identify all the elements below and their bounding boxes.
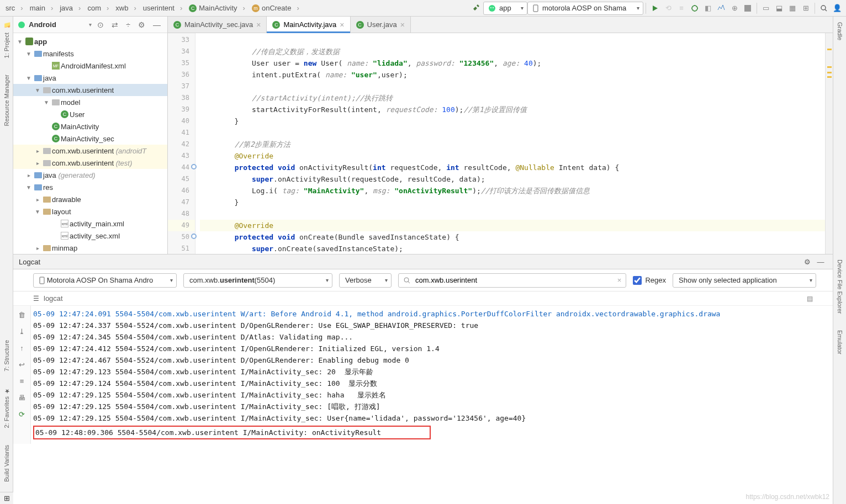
logcat-process-combo[interactable]: com.xwb.userintent (5504): [183, 273, 332, 288]
tree-java[interactable]: ▼java: [13, 72, 167, 84]
tree-layout-main[interactable]: xmlactivity_main.xml: [13, 217, 167, 230]
tree-manifests[interactable]: ▼manifests: [13, 47, 167, 60]
tree-app[interactable]: ▼app: [13, 35, 167, 47]
device-combo[interactable]: motorola AOSP on Shama: [527, 2, 643, 15]
device-explorer-tool-button[interactable]: Device File Explorer: [837, 259, 843, 314]
emulator-tool-button[interactable]: Emulator: [837, 330, 843, 354]
soft-wrap-icon[interactable]: ≡: [17, 375, 28, 386]
build-variants-tool-button[interactable]: Build Variants: [3, 445, 10, 482]
close-icon[interactable]: ×: [400, 20, 405, 29]
tree-manifest-file[interactable]: MFAndroidManifest.xml: [13, 60, 167, 72]
tree-user[interactable]: CUser: [13, 108, 167, 120]
project-tool-button[interactable]: 1: Project 📁: [3, 22, 10, 58]
android-icon: [18, 21, 25, 29]
tree-model[interactable]: ▼model: [13, 96, 167, 108]
favorites-tool-button[interactable]: 2: Favorites ★: [3, 388, 10, 428]
logcat-regex-check[interactable]: Regex: [633, 276, 666, 285]
logcat-level-combo[interactable]: Verbose: [339, 273, 392, 288]
crumb-userintent[interactable]: userintent: [140, 4, 186, 12]
avd-icon[interactable]: ▭: [759, 2, 773, 15]
wrap-icon[interactable]: ↩: [17, 359, 28, 370]
editor-tabs: CMainActivity_sec.java× CMainActivity.ja…: [168, 17, 833, 33]
tab-mainactivity[interactable]: CMainActivity.java×: [267, 17, 350, 33]
tree-res[interactable]: ▼res: [13, 181, 167, 193]
crumb-java[interactable]: java: [56, 4, 84, 12]
logcat-filter-combo[interactable]: Show only selected application: [673, 273, 816, 288]
editor-scrollbar[interactable]: [825, 33, 833, 254]
close-icon[interactable]: ×: [340, 20, 344, 29]
tree-pkg[interactable]: ▼com.xwb.userintent: [13, 84, 167, 96]
left-tool-strip-lower: 7: Structure 2: Favorites ★ Build Varian…: [0, 254, 13, 504]
project-mode[interactable]: Android: [29, 20, 86, 29]
logcat-filters: Motorola AOSP On Shama Andro com.xwb.use…: [13, 269, 833, 291]
tree-pkg-androidtest[interactable]: ▸com.xwb.userintent (androidT: [13, 145, 167, 157]
hammer-icon[interactable]: [470, 2, 483, 15]
scroll-end-icon[interactable]: ⤓: [17, 326, 28, 337]
gear-icon[interactable]: ⚙: [136, 20, 147, 29]
tab-mainactivity-sec[interactable]: CMainActivity_sec.java×: [168, 17, 267, 33]
hide-icon[interactable]: —: [814, 255, 827, 268]
gear-icon[interactable]: ⚙: [801, 255, 814, 268]
apply-code-icon[interactable]: ≡: [675, 2, 688, 15]
tree-drawable[interactable]: ▸drawable: [13, 193, 167, 205]
svg-point-9: [404, 278, 409, 282]
up-icon[interactable]: ↑: [17, 342, 28, 353]
project-panel: Android ▾ ⊙ ⇄ ÷ ⚙ — ▼app ▼manifests MFAn…: [13, 17, 168, 254]
debug-icon[interactable]: [688, 2, 701, 15]
restart-icon[interactable]: ⟳: [17, 408, 28, 420]
logcat-device-combo[interactable]: Motorola AOSP On Shama Andro: [33, 273, 177, 288]
logcat-search-input[interactable]: [415, 276, 613, 284]
filter-icon[interactable]: ☰: [33, 295, 39, 303]
tree-mainactivity[interactable]: CMainActivity: [13, 120, 167, 132]
logcat-header: Logcat ⚙ —: [13, 254, 833, 269]
collapse-all-icon[interactable]: ÷: [124, 20, 133, 29]
structure-tool-button[interactable]: 7: Structure: [3, 340, 10, 372]
layout-icon[interactable]: ▤: [807, 295, 813, 303]
svg-rect-8: [40, 277, 44, 284]
tree-layout[interactable]: ▼layout: [13, 205, 167, 217]
tab-user[interactable]: CUser.java×: [351, 17, 411, 33]
close-icon[interactable]: ×: [256, 20, 261, 29]
search-icon[interactable]: [817, 2, 831, 15]
run-icon[interactable]: [648, 2, 662, 15]
user-icon[interactable]: 👤: [831, 2, 844, 15]
gradle-tool-button[interactable]: Gradle: [837, 22, 843, 40]
select-opened-icon[interactable]: ⊙: [95, 20, 106, 29]
tree-mipmap[interactable]: ▸minmap: [13, 242, 167, 254]
logcat-output[interactable]: 05-09 12:47:24.091 5504-5504/com.xwb.use…: [31, 306, 833, 444]
print-icon[interactable]: 🖶: [17, 392, 28, 403]
editor-gutter[interactable]: 33343536373839404142434445464748495051: [168, 33, 195, 254]
crumb-main[interactable]: main: [27, 4, 57, 12]
tree-java-gen[interactable]: ▸java (generated): [13, 169, 167, 181]
trash-icon[interactable]: 🗑: [17, 309, 28, 320]
coverage-icon[interactable]: ◧: [701, 2, 715, 15]
resource-mgr-icon[interactable]: ⊞: [799, 2, 812, 15]
project-tree[interactable]: ▼app ▼manifests MFAndroidManifest.xml ▼j…: [13, 33, 167, 254]
tree-layout-sec[interactable]: xmlactivity_sec.xml: [13, 230, 167, 242]
sdk-icon[interactable]: ⬓: [773, 2, 786, 15]
profiler-icon[interactable]: [715, 2, 728, 15]
svg-rect-5: [744, 5, 751, 12]
apply-changes-icon[interactable]: ⟲: [662, 2, 675, 15]
resource-manager-tool-button[interactable]: Resource Manager: [3, 75, 10, 126]
attach-debugger-icon[interactable]: ⊕: [728, 2, 741, 15]
crumb-method[interactable]: monCreate: [248, 4, 303, 12]
clear-icon[interactable]: ×: [617, 276, 622, 284]
crumb-com[interactable]: com: [84, 4, 112, 12]
logcat-search[interactable]: ×: [398, 273, 626, 288]
tree-pkg-test[interactable]: ▸com.xwb.userintent (test): [13, 157, 167, 169]
right-tool-strip: Gradle: [833, 17, 846, 254]
crumb-class[interactable]: CMainActivity: [186, 4, 248, 12]
stop-icon[interactable]: [741, 2, 754, 15]
left-tool-strip: 1: Project 📁 Resource Manager: [0, 17, 13, 254]
tree-mainactivity-sec[interactable]: CMainActivity_sec: [13, 132, 167, 145]
hide-icon[interactable]: —: [151, 20, 163, 29]
layout-inspector-icon[interactable]: ▦: [786, 2, 799, 15]
bottom-left-corner[interactable]: ⊞: [0, 492, 13, 504]
run-config-combo[interactable]: app: [483, 2, 527, 15]
crumb-xwb[interactable]: xwb: [112, 4, 139, 12]
expand-all-icon[interactable]: ⇄: [109, 20, 120, 29]
code-area[interactable]: //传自定义数据，发送数据 User user = new User( name…: [195, 33, 825, 254]
svg-rect-3: [533, 5, 538, 12]
crumb-src[interactable]: src: [2, 4, 27, 12]
